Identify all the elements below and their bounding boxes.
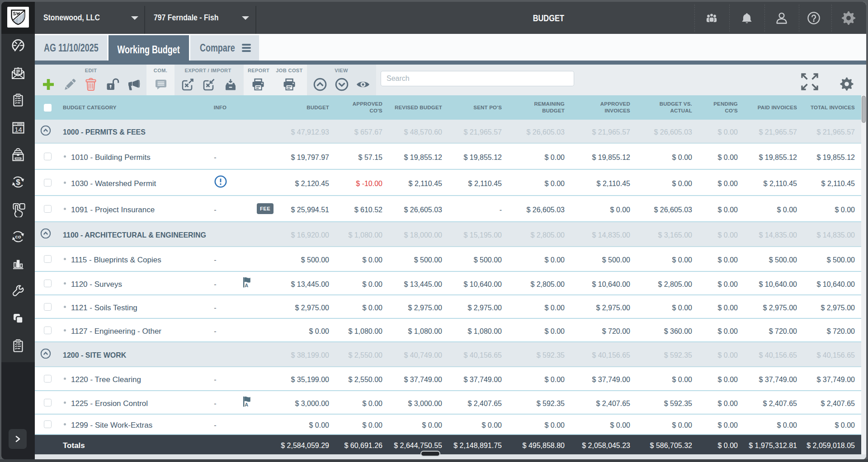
svg-text:A: A bbox=[245, 402, 248, 407]
svg-text:$: $ bbox=[16, 178, 20, 187]
svg-text:co: co bbox=[15, 234, 21, 239]
svg-text:A: A bbox=[245, 283, 248, 288]
svg-text:14: 14 bbox=[14, 126, 22, 133]
